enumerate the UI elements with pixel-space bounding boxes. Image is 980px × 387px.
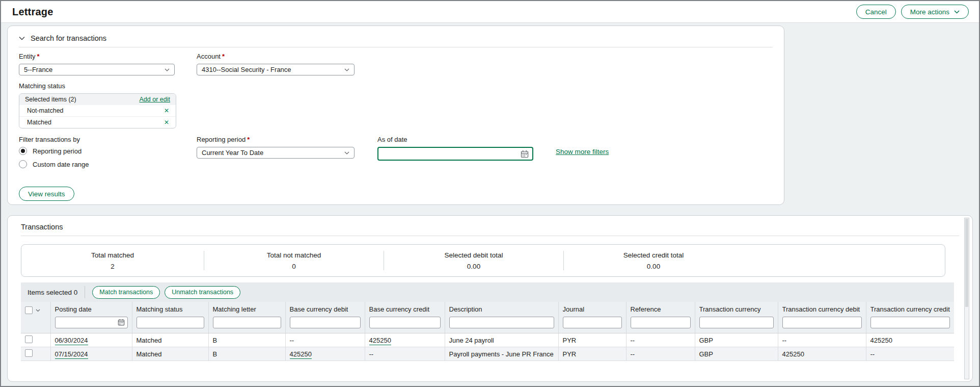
divider bbox=[85, 286, 85, 298]
column-header-description[interactable]: Description bbox=[445, 302, 558, 333]
app-window: Lettrage Cancel More actions Search for … bbox=[0, 0, 980, 387]
spacer bbox=[175, 47, 197, 75]
more-actions-button[interactable]: More actions bbox=[901, 5, 969, 19]
column-header-transaction-currency-credit[interactable]: Transaction currency credit bbox=[866, 302, 954, 333]
radio-icon bbox=[19, 147, 27, 155]
base-currency-credit-cell: -- bbox=[365, 347, 445, 361]
as-of-date-input[interactable] bbox=[377, 147, 533, 161]
column-header-base-currency-debit[interactable]: Base currency debit bbox=[285, 302, 365, 333]
filter-input-base-currency-credit[interactable] bbox=[369, 317, 441, 328]
matching-status-cell: Matched bbox=[132, 333, 208, 347]
scrollbar-thumb[interactable] bbox=[965, 219, 968, 307]
account-select[interactable]: 4310--Social Security - France bbox=[197, 64, 355, 75]
radio-reporting-period[interactable]: Reporting period bbox=[19, 147, 197, 155]
filter-input-matching-status[interactable] bbox=[137, 317, 204, 328]
required-asterisk: * bbox=[222, 53, 225, 60]
spacer bbox=[355, 128, 377, 173]
chevron-down-icon[interactable] bbox=[36, 309, 40, 312]
column-header-matching-letter[interactable]: Matching letter bbox=[208, 302, 285, 333]
row-checkbox[interactable] bbox=[25, 336, 33, 343]
unmatch-transactions-button[interactable]: Unmatch transactions bbox=[165, 286, 240, 299]
add-or-edit-link[interactable]: Add or edit bbox=[140, 96, 170, 103]
entity-field: Entity* 5--France bbox=[19, 47, 175, 75]
filter-input-matching-letter[interactable] bbox=[213, 317, 281, 328]
reporting-period-label: Reporting period* bbox=[197, 136, 355, 143]
page-title: Lettrage bbox=[12, 6, 53, 18]
selected-items-label: Selected items (2) bbox=[25, 96, 76, 103]
description-cell: Payroll payments - June PR France bbox=[445, 347, 558, 361]
filter-input-transaction-currency-debit[interactable] bbox=[782, 317, 862, 328]
search-section-title: Search for transactions bbox=[31, 34, 106, 42]
transactions-section-header: Transactions bbox=[21, 221, 959, 236]
cancel-button[interactable]: Cancel bbox=[856, 5, 896, 19]
filter-input-reference[interactable] bbox=[631, 317, 691, 328]
radio-custom-label: Custom date range bbox=[33, 161, 89, 168]
account-label: Account* bbox=[197, 53, 355, 60]
matching-status-box: Selected items (2) Add or edit Not-match… bbox=[19, 93, 176, 128]
column-header-journal[interactable]: Journal bbox=[558, 302, 626, 333]
selected-debit-total-label: Selected debit total bbox=[384, 251, 563, 259]
base-currency-debit-link[interactable]: 425250 bbox=[290, 350, 312, 359]
base-currency-credit-link[interactable]: 425250 bbox=[369, 337, 391, 345]
filter-by-label: Filter transactions by bbox=[19, 136, 197, 143]
match-transactions-label: Match transactions bbox=[99, 289, 153, 296]
required-asterisk: * bbox=[247, 136, 250, 143]
filter-input-transaction-currency-credit[interactable] bbox=[870, 317, 950, 328]
filter-input-description[interactable] bbox=[449, 317, 554, 328]
entity-account-row: Entity* 5--France Account* 4310--Social … bbox=[19, 47, 773, 75]
column-header-posting-date[interactable]: Posting date bbox=[50, 302, 132, 333]
reporting-period-select[interactable]: Current Year To Date bbox=[197, 147, 355, 159]
match-transactions-button[interactable]: Match transactions bbox=[92, 286, 160, 299]
transaction-currency-credit-cell: -- bbox=[866, 347, 954, 361]
posting-date-link[interactable]: 07/15/2024 bbox=[55, 350, 88, 359]
row-checkbox[interactable] bbox=[25, 349, 33, 357]
select-all-checkbox[interactable] bbox=[25, 306, 33, 314]
column-header-matching-status[interactable]: Matching status bbox=[132, 302, 208, 333]
column-header-reference[interactable]: Reference bbox=[626, 302, 695, 333]
transaction-currency-debit-cell: 425250 bbox=[778, 347, 866, 361]
column-header-base-currency-credit[interactable]: Base currency credit bbox=[365, 302, 445, 333]
search-section-header[interactable]: Search for transactions bbox=[19, 32, 773, 47]
chevron-down-icon bbox=[954, 10, 960, 14]
selected-credit-total-label: Selected credit total bbox=[564, 251, 743, 259]
as-of-date-field: As of date bbox=[377, 128, 533, 173]
journal-cell: PYR bbox=[558, 333, 626, 347]
transaction-currency-debit-cell: -- bbox=[778, 333, 866, 347]
matching-status-item: Not-matched ✕ bbox=[19, 105, 176, 116]
transactions-section-title: Transactions bbox=[21, 223, 63, 231]
header-actions: Cancel More actions bbox=[856, 5, 969, 19]
chevron-down-icon bbox=[19, 36, 25, 40]
description-cell: June 24 payroll bbox=[445, 333, 558, 347]
total-matched-label: Total matched bbox=[21, 251, 204, 259]
filter-input-base-currency-debit[interactable] bbox=[290, 317, 361, 328]
chevron-down-icon bbox=[344, 68, 349, 71]
matching-status-header: Selected items (2) Add or edit bbox=[19, 94, 176, 105]
view-results-button[interactable]: View results bbox=[19, 187, 74, 201]
remove-icon[interactable]: ✕ bbox=[164, 119, 169, 125]
required-asterisk: * bbox=[37, 53, 40, 60]
calendar-icon[interactable] bbox=[521, 150, 529, 158]
radio-custom-date-range[interactable]: Custom date range bbox=[19, 160, 197, 168]
filter-input-transaction-currency[interactable] bbox=[699, 317, 774, 328]
table-row: 06/30/2024 Matched B -- 425250 June 24 p… bbox=[21, 333, 954, 347]
entity-select[interactable]: 5--France bbox=[19, 64, 175, 75]
table-header-row: Posting date Matching status Matching le… bbox=[21, 302, 954, 333]
posting-date-link[interactable]: 06/30/2024 bbox=[55, 337, 88, 345]
chevron-down-icon bbox=[165, 68, 170, 71]
column-header-transaction-currency-debit[interactable]: Transaction currency debit bbox=[778, 302, 866, 333]
filter-input-journal[interactable] bbox=[563, 317, 622, 328]
select-all-header bbox=[21, 302, 50, 333]
reporting-period-field: Reporting period* Current Year To Date bbox=[197, 128, 355, 173]
radio-reporting-label: Reporting period bbox=[33, 147, 81, 155]
calendar-icon[interactable] bbox=[118, 319, 125, 326]
filter-input-posting-date[interactable] bbox=[55, 317, 128, 328]
more-actions-label: More actions bbox=[910, 8, 949, 16]
matching-letter-cell: B bbox=[208, 347, 285, 361]
remove-icon[interactable]: ✕ bbox=[164, 108, 169, 114]
totals-summary: Total matched 2 Total not matched 0 Sele… bbox=[21, 244, 945, 277]
show-more-filters-link[interactable]: Show more filters bbox=[556, 148, 609, 173]
status-item-label: Matched bbox=[27, 119, 51, 126]
transactions-table: Posting date Matching status Matching le… bbox=[21, 302, 954, 361]
column-header-transaction-currency[interactable]: Transaction currency bbox=[695, 302, 778, 333]
vertical-scrollbar[interactable] bbox=[964, 218, 969, 379]
